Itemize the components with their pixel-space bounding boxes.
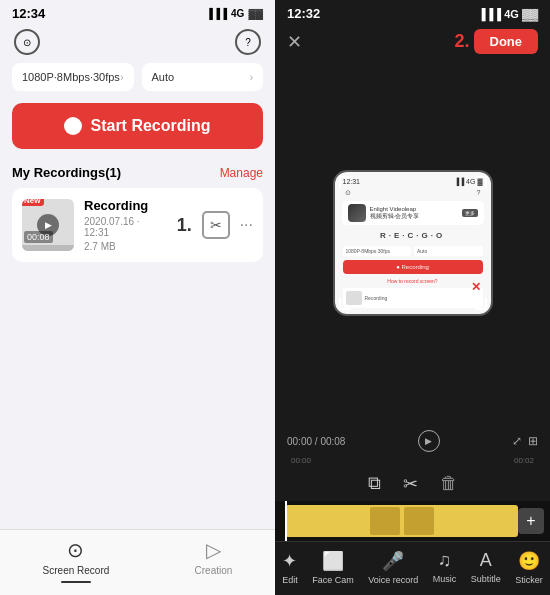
bottom-toolbar: ✦ Edit ⬜ Face Cam 🎤 Voice record ♫ Music…	[275, 541, 550, 595]
phone-settings: 1080P·8Mbps·30fps Auto	[339, 244, 487, 258]
phone-rec-item: Recording	[343, 288, 483, 308]
help-circle-icon[interactable]: ?	[235, 29, 261, 55]
audio-setting[interactable]: Auto ›	[142, 63, 264, 91]
subtitle-btn[interactable]: A Subtitle	[471, 550, 501, 585]
quality-chevron: ›	[120, 72, 123, 83]
add-clip-button[interactable]: +	[518, 508, 544, 534]
expand-icon[interactable]: ⤢	[512, 434, 522, 448]
sticker-icon: 🙂	[518, 550, 540, 572]
playhead	[285, 501, 287, 541]
phone-rec-title: Recording	[365, 295, 388, 301]
record-dot	[64, 117, 82, 135]
time-display: 00:00 / 00:08 ▶ ⤢ ⊞	[283, 428, 542, 454]
right-top-bar: ✕ 2. Done	[275, 25, 550, 62]
quality-setting[interactable]: 1080P·8Mbps·30fps ›	[12, 63, 134, 91]
audio-label: Auto	[152, 71, 175, 83]
left-panel: 12:34 ▐▐▐ 4G ▓▓ ⊙ ? 1080P·8Mbps·30fps › …	[0, 0, 275, 595]
duration-label: 00:08	[24, 231, 53, 243]
trash-tool[interactable]: 🗑	[440, 473, 458, 495]
music-btn[interactable]: ♫ Music	[433, 550, 457, 585]
settings-circle-icon[interactable]: ⊙	[14, 29, 40, 55]
track-thumbnail	[370, 507, 400, 535]
play-control[interactable]: ▶	[418, 430, 440, 452]
phone-nav-bar: ⊙ ?	[339, 187, 487, 199]
scissors-icon: ✂	[210, 217, 222, 233]
right-status-icons: ▐▐▐ 4G ▓▓	[478, 8, 538, 20]
new-badge: New	[22, 199, 44, 206]
sticker-btn[interactable]: 🙂 Sticker	[515, 550, 543, 585]
step2-label: 2.	[454, 31, 469, 52]
voice-record-btn[interactable]: 🎤 Voice record	[368, 550, 418, 585]
recordings-header: My Recordings(1) Manage	[0, 165, 275, 188]
edit-label: Edit	[282, 575, 298, 585]
signal-icon: ▐▐▐	[206, 8, 227, 19]
creation-label: Creation	[195, 565, 233, 576]
phone-audio: Auto	[414, 246, 483, 256]
phone-title: R·E·C·G·O	[339, 227, 487, 244]
track-clip[interactable]	[285, 505, 518, 537]
right-panel: 12:32 ▐▐▐ 4G ▓▓ ✕ 2. Done 12:31 ▐▐ 4G ▓ …	[275, 0, 550, 595]
voice-record-icon: 🎤	[382, 550, 404, 572]
close-x-icon: ✕	[471, 280, 481, 294]
edit-tools: ⧉ ✂ 🗑	[275, 467, 550, 501]
left-bottom-nav: ⊙ Screen Record ▷ Creation	[0, 529, 275, 595]
left-top-icons: ⊙ ?	[0, 25, 275, 63]
battery-icon: ▓▓	[248, 8, 263, 19]
phone-thumb	[346, 291, 362, 305]
record-button-label: Start Recording	[90, 117, 210, 135]
timeline-ruler: 00:00 00:02	[283, 454, 542, 467]
phone-back-icon: ⊙	[345, 189, 351, 197]
phone-mockup: 12:31 ▐▐ 4G ▓ ⊙ ? Enlight Videoleap 视频剪辑…	[333, 170, 493, 316]
manage-link[interactable]: Manage	[220, 166, 263, 180]
subtitle-label: Subtitle	[471, 574, 501, 584]
phone-quality: 1080P·8Mbps·30fps	[343, 246, 412, 256]
recording-info: Recording 2020.07.16 · 12:31 2.7 MB	[84, 198, 167, 252]
track-thumbnail-2	[404, 507, 434, 535]
timeline-section: 00:00 / 00:08 ▶ ⤢ ⊞ 00:00 00:02	[275, 424, 550, 467]
sticker-label: Sticker	[515, 575, 543, 585]
recording-item: New ▶ 00:08 Recording 2020.07.16 · 12:31…	[12, 188, 263, 262]
step1-label: 1.	[177, 215, 192, 236]
audio-chevron: ›	[250, 72, 253, 83]
recording-title: Recording	[84, 198, 167, 213]
subtitle-icon: A	[480, 550, 492, 571]
face-cam-icon: ⬜	[322, 550, 344, 572]
left-status-icons: ▐▐▐ 4G ▓▓	[206, 8, 263, 19]
more-button[interactable]: ···	[240, 216, 253, 234]
face-cam-btn[interactable]: ⬜ Face Cam	[312, 550, 354, 585]
screen-record-label: Screen Record	[43, 565, 110, 576]
phone-app-subtitle: 视频剪辑·会员专享	[370, 213, 420, 220]
right-status-bar: 12:32 ▐▐▐ 4G ▓▓	[275, 0, 550, 25]
done-label: Done	[490, 34, 523, 49]
scissors-button[interactable]: ✂	[202, 211, 230, 239]
nav-underline	[61, 581, 91, 583]
face-cam-label: Face Cam	[312, 575, 354, 585]
copy-tool[interactable]: ⧉	[368, 473, 381, 495]
nav-creation[interactable]: ▷ Creation	[195, 538, 233, 583]
current-time: 00:00 / 00:08	[287, 436, 345, 447]
thumbnail-bar	[22, 245, 74, 251]
nav-screen-record[interactable]: ⊙ Screen Record	[43, 538, 110, 583]
creation-icon: ▷	[206, 538, 221, 562]
music-icon: ♫	[438, 550, 452, 571]
fullscreen-icon[interactable]: ⊞	[528, 434, 538, 448]
timeline-track: +	[275, 501, 550, 541]
phone-app-row: Enlight Videoleap 视频剪辑·会员专享 更多	[342, 201, 484, 225]
phone-signal: ▐▐ 4G ▓	[454, 178, 482, 185]
edit-tool-btn[interactable]: ✦ Edit	[282, 550, 298, 585]
cut-tool[interactable]: ✂	[403, 473, 418, 495]
right-time: 12:32	[287, 6, 320, 21]
close-button[interactable]: ✕	[287, 33, 302, 51]
ruler-mid: 00:02	[514, 456, 534, 465]
phone-status: 12:31 ▐▐ 4G ▓	[339, 176, 487, 187]
done-button[interactable]: Done	[474, 29, 539, 54]
start-recording-button[interactable]: Start Recording	[12, 103, 263, 149]
left-time: 12:34	[12, 6, 45, 21]
left-status-bar: 12:34 ▐▐▐ 4G ▓▓	[0, 0, 275, 25]
recording-date: 2020.07.16 · 12:31	[84, 216, 167, 238]
voice-record-label: Voice record	[368, 575, 418, 585]
phone-app-name: Enlight Videoleap	[370, 206, 420, 213]
phone-time: 12:31	[343, 178, 361, 185]
preview-area: 12:31 ▐▐ 4G ▓ ⊙ ? Enlight Videoleap 视频剪辑…	[275, 62, 550, 424]
quality-label: 1080P·8Mbps·30fps	[22, 71, 120, 83]
